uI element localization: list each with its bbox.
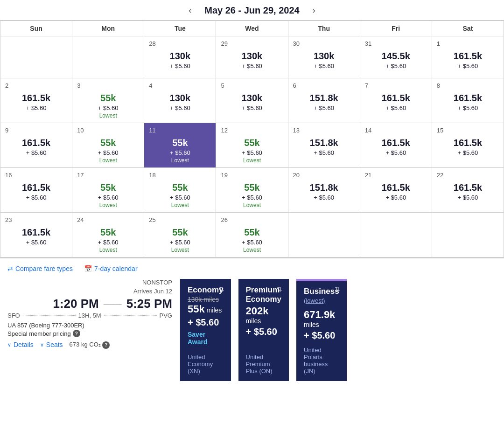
cell-cash: + $5.60	[149, 239, 211, 246]
calendar-cell[interactable]: 1955k+ $5.60Lowest	[216, 168, 288, 213]
calendar-cell[interactable]: 31145.5k+ $5.60	[360, 36, 432, 78]
cell-miles: 161.5k	[365, 138, 427, 148]
calendar-cell[interactable]: 7161.5k+ $5.60	[360, 78, 432, 123]
calendar-cell[interactable]: 8161.5k+ $5.60	[432, 78, 504, 123]
calendar-cell[interactable]: 4130k+ $5.60	[144, 78, 216, 123]
cell-miles: 55k	[149, 182, 211, 193]
cell-miles: 55k	[149, 227, 211, 238]
cell-lowest-tag: Lowest	[221, 247, 283, 253]
cell-cash: + $5.60	[437, 104, 499, 111]
cell-day-number: 30	[293, 40, 355, 47]
fare-cash-fee: + $5.60	[304, 330, 339, 341]
sort-icon[interactable]: ⇅	[335, 285, 340, 293]
calendar-cell[interactable]: 1155k+ $5.60Lowest	[144, 123, 216, 168]
calendar-cell[interactable]: 28130k+ $5.60	[144, 36, 216, 78]
calendar-cell[interactable]: 2161.5k+ $5.60	[0, 78, 72, 123]
cell-day-number: 22	[437, 172, 499, 179]
cell-cash: + $5.60	[149, 194, 211, 201]
cell-miles: 161.5k	[365, 182, 427, 193]
sort-icon[interactable]: ⇅	[277, 285, 282, 293]
calendar-cell[interactable]: 5130k+ $5.60	[216, 78, 288, 123]
cell-cash: + $5.60	[365, 104, 427, 111]
co2-info: 673 kg CO₂ ?	[70, 341, 110, 349]
cabin-class-label: United Premium Plus (ON)	[246, 348, 282, 375]
fare-card-economy[interactable]: ⇅Economy130k miles55k miles+ $5.60Saver …	[180, 279, 231, 381]
cell-cash: + $5.60	[221, 194, 283, 201]
cell-cash: + $5.60	[221, 104, 283, 111]
cell-miles: 145.5k	[365, 51, 427, 62]
calendar-cell[interactable]: 2555k+ $5.60Lowest	[144, 213, 216, 257]
calendar-cell[interactable]: 355k+ $5.60Lowest	[72, 78, 144, 123]
calendar-cell[interactable]: 13151.8k+ $5.60	[288, 123, 360, 168]
calendar-cell[interactable]: 20151.8k+ $5.60	[288, 168, 360, 213]
seven-day-calendar-link[interactable]: 📅 7-day calendar	[84, 265, 138, 272]
cell-miles: 151.8k	[293, 138, 355, 148]
cell-day-number: 14	[365, 127, 427, 134]
cell-miles: 130k	[149, 51, 211, 62]
fare-card-name: Premium Economy	[246, 285, 282, 304]
fare-card-business[interactable]: ⇅Business(lowest)671.9k miles+ $5.60Unit…	[296, 279, 347, 381]
calendar-grid: 28130k+ $5.6029130k+ $5.6030130k+ $5.603…	[0, 36, 504, 257]
cell-cash: + $5.60	[77, 104, 139, 111]
seats-link[interactable]: ∨ Seats	[40, 341, 63, 348]
calendar-cell	[0, 36, 72, 78]
cell-miles: 161.5k	[5, 93, 67, 104]
cell-miles: 151.8k	[293, 93, 355, 104]
cell-cash: + $5.60	[293, 104, 355, 111]
cell-day-number: 19	[221, 172, 283, 179]
cell-miles: 55k	[149, 138, 211, 148]
cell-day-number: 24	[77, 216, 139, 223]
calendar-cell[interactable]: 30130k+ $5.60	[288, 36, 360, 78]
calendar-cell[interactable]: 2655k+ $5.60Lowest	[216, 213, 288, 257]
cell-miles: 55k	[221, 138, 283, 148]
calendar-cell[interactable]: 16161.5k+ $5.60	[0, 168, 72, 213]
calendar-cell[interactable]: 1055k+ $5.60Lowest	[72, 123, 144, 168]
fare-lowest-tag[interactable]: (lowest)	[304, 297, 339, 304]
dest-code: PVG	[160, 312, 172, 319]
cell-day-number: 1	[437, 40, 499, 47]
cell-miles: 130k	[221, 93, 283, 104]
calendar-cell[interactable]: 22161.5k+ $5.60	[432, 168, 504, 213]
cell-cash: + $5.60	[5, 239, 67, 246]
cell-day-number: 17	[77, 172, 139, 179]
cell-cash: + $5.60	[221, 149, 283, 156]
cell-lowest-tag: Lowest	[149, 202, 211, 208]
fare-comparison-row: NONSTOP Arrives Jun 12 1:20 PM ——— 5:25 …	[7, 279, 497, 381]
calendar-cell[interactable]: 15161.5k+ $5.60	[432, 123, 504, 168]
compare-fare-types-link[interactable]: ⇄ Compare fare types	[7, 265, 73, 272]
calendar-cell[interactable]: 14161.5k+ $5.60	[360, 123, 432, 168]
cell-miles: 55k	[221, 227, 283, 238]
day-header-mon: Mon	[72, 21, 144, 36]
calendar-cell[interactable]: 21161.5k+ $5.60	[360, 168, 432, 213]
calendar-cell[interactable]: 1755k+ $5.60Lowest	[72, 168, 144, 213]
special-pricing-info-icon[interactable]: ?	[73, 330, 80, 337]
cell-cash: + $5.60	[77, 149, 139, 156]
cell-cash: + $5.60	[77, 194, 139, 201]
calendar-cell[interactable]: 2455k+ $5.60Lowest	[72, 213, 144, 257]
fare-card-premium_economy[interactable]: ⇅Premium Economy202k miles+ $5.60United …	[238, 279, 289, 381]
co2-info-icon[interactable]: ?	[102, 341, 110, 349]
calendar-cell[interactable]: 29130k+ $5.60	[216, 36, 288, 78]
cell-cash: + $5.60	[365, 194, 427, 201]
cell-cash: + $5.60	[293, 194, 355, 201]
calendar-cell[interactable]: 1161.5k+ $5.60	[432, 36, 504, 78]
date-range-label: May 26 - Jun 29, 2024	[204, 5, 299, 16]
cell-cash: + $5.60	[365, 149, 427, 156]
cell-miles: 161.5k	[5, 138, 67, 148]
prev-month-button[interactable]: ‹	[185, 5, 195, 16]
calendar-cell[interactable]: 1255k+ $5.60Lowest	[216, 123, 288, 168]
cell-miles: 161.5k	[437, 182, 499, 193]
calendar-cell[interactable]: 9161.5k+ $5.60	[0, 123, 72, 168]
calendar-cell[interactable]: 23161.5k+ $5.60	[0, 213, 72, 257]
sort-icon[interactable]: ⇅	[219, 285, 224, 293]
calendar-cell[interactable]: 6151.8k+ $5.60	[288, 78, 360, 123]
cell-lowest-tag: Lowest	[149, 247, 211, 253]
cell-cash: + $5.60	[5, 194, 67, 201]
cell-cash: + $5.60	[221, 239, 283, 246]
details-link[interactable]: ∨ Details	[7, 341, 34, 348]
cell-day-number: 23	[5, 216, 67, 223]
calendar-cell[interactable]: 1855k+ $5.60Lowest	[144, 168, 216, 213]
next-month-button[interactable]: ›	[309, 5, 319, 16]
cell-day-number: 18	[149, 172, 211, 179]
cell-day-number: 5	[221, 82, 283, 89]
